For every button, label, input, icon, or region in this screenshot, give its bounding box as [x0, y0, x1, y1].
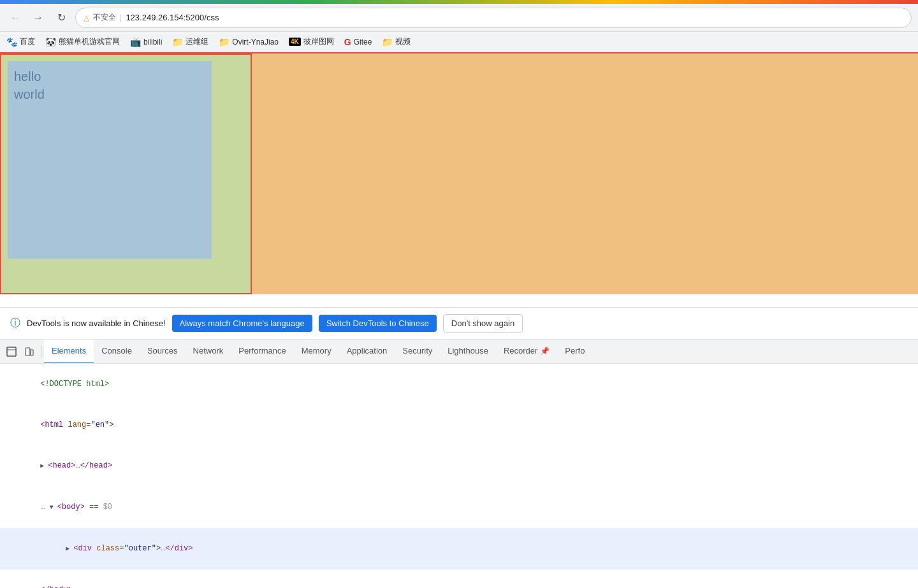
tab-perf-insights-label: Perfo — [565, 346, 585, 355]
tab-recorder[interactable]: Recorder 📌 — [496, 340, 557, 364]
doctype-text: <!DOCTYPE html> — [40, 380, 109, 389]
device-toggle-icon[interactable] — [20, 343, 38, 361]
tab-application-label: Application — [347, 346, 388, 355]
forward-button[interactable]: → — [29, 9, 47, 27]
bookmark-label: Ovirt-YnaJiao — [232, 38, 279, 47]
folder-icon: 📁 — [382, 37, 393, 47]
tab-memory[interactable]: Memory — [294, 340, 339, 364]
switch-chinese-button[interactable]: Switch DevTools to Chinese — [319, 315, 437, 332]
tab-memory-label: Memory — [302, 346, 332, 355]
bookmarks-bar: 🐾 百度 🐼 熊猫单机游戏官网 📺 bilibili 📁 运维组 📁 Ovirt… — [0, 32, 918, 52]
devtools-panel: ⓘ DevTools is now available in Chinese! … — [0, 307, 918, 588]
tab-lighthouse[interactable]: Lighthouse — [440, 340, 496, 364]
dom-html-open[interactable]: <html lang="en"> — [0, 405, 918, 445]
inspect-element-icon[interactable] — [3, 343, 20, 361]
expand-triangle: ▼ — [50, 504, 57, 511]
collapse-triangle: ▶ — [40, 463, 48, 470]
dont-show-button[interactable]: Don't show again — [443, 314, 523, 333]
dom-dots: … — [40, 503, 49, 512]
bookmark-video[interactable]: 📁 视频 — [382, 36, 411, 47]
tab-performance-insights[interactable]: Perfo — [557, 340, 592, 364]
svg-rect-2 — [26, 348, 30, 355]
bookmark-label: 视频 — [395, 36, 411, 47]
bookmark-label: 百度 — [20, 36, 35, 47]
notification-text: DevTools is now available in Chinese! — [27, 319, 166, 328]
dom-body[interactable]: … ▼ <body> == $0 — [0, 487, 918, 528]
devtools-dom-view: <!DOCTYPE html> <html lang="en"> ▶ <head… — [0, 364, 918, 588]
tab-recorder-label: Recorder — [504, 346, 537, 355]
blue-box: hello world — [8, 61, 212, 259]
page-content: hello world — [0, 52, 918, 294]
address-bar: △ 不安全 | — [75, 8, 912, 28]
dom-head[interactable]: ▶ <head>…</head> — [0, 445, 918, 487]
tab-performance-label: Performance — [238, 346, 286, 355]
bookmark-4k[interactable]: 4K 彼岸图网 — [289, 36, 334, 47]
tab-security[interactable]: Security — [395, 340, 440, 364]
tab-console-label: Console — [101, 346, 132, 355]
bookmark-label: 彼岸图网 — [303, 36, 334, 47]
green-container: hello world — [0, 54, 252, 294]
dom-div-outer[interactable]: ▶ <div class="outer">…</div> — [0, 528, 918, 570]
collapse-triangle: ▶ — [66, 545, 73, 552]
html-open-tag: <html — [40, 420, 68, 429]
svg-rect-3 — [31, 350, 33, 355]
tab-divider — [41, 345, 41, 358]
devtools-notification: ⓘ DevTools is now available in Chinese! … — [0, 308, 918, 340]
bookmark-ovirt[interactable]: 📁 Ovirt-YnaJiao — [219, 37, 279, 47]
folder-icon: 📁 — [172, 37, 183, 47]
tab-network[interactable]: Network — [186, 340, 231, 364]
dom-body-close[interactable]: </body> — [0, 570, 918, 588]
back-button[interactable]: ← — [6, 9, 24, 27]
bookmark-gitee[interactable]: G Gitee — [344, 37, 372, 47]
browser-toolbar: ← → ↻ △ 不安全 | — [0, 4, 918, 32]
bilibili-icon: 📺 — [130, 37, 141, 47]
tab-elements-label: Elements — [52, 346, 86, 355]
panda-icon: 🐼 — [45, 37, 56, 47]
gitee-icon: G — [344, 37, 351, 47]
match-language-button[interactable]: Always match Chrome's language — [172, 315, 312, 332]
folder-icon: 📁 — [219, 37, 229, 47]
tab-performance[interactable]: Performance — [231, 340, 293, 364]
bookmark-label: bilibili — [143, 38, 162, 47]
tab-console[interactable]: Console — [94, 340, 140, 364]
bookmark-label: 熊猫单机游戏官网 — [59, 36, 120, 47]
content-separator — [0, 294, 918, 307]
bookmark-label: Gitee — [354, 38, 372, 47]
4k-icon: 4K — [289, 38, 301, 46]
tab-security-label: Security — [402, 346, 432, 355]
warning-text: 不安全 — [93, 12, 116, 23]
tab-elements[interactable]: Elements — [44, 340, 94, 364]
hello-world-text: hello world — [14, 68, 45, 103]
tab-lighthouse-label: Lighthouse — [448, 346, 488, 355]
dom-doctype: <!DOCTYPE html> — [0, 364, 918, 405]
bookmark-ops[interactable]: 📁 运维组 — [172, 36, 208, 47]
tab-sources-label: Sources — [147, 346, 178, 355]
recorder-pin-icon: 📌 — [540, 347, 550, 355]
devtools-tabs: Elements Console Sources Network Perform… — [0, 340, 918, 364]
url-input[interactable] — [126, 13, 903, 22]
reload-button[interactable]: ↻ — [52, 9, 70, 27]
security-warning-icon: △ — [84, 13, 89, 22]
svg-rect-0 — [7, 347, 16, 356]
bookmark-baidu[interactable]: 🐾 百度 — [6, 36, 35, 47]
baidu-icon: 🐾 — [6, 37, 17, 47]
bookmark-label: 运维组 — [186, 36, 208, 47]
url-separator: | — [120, 13, 122, 22]
bookmark-bilibili[interactable]: 📺 bilibili — [130, 37, 162, 47]
tab-application[interactable]: Application — [339, 340, 395, 364]
info-icon: ⓘ — [10, 317, 20, 330]
tab-sources[interactable]: Sources — [140, 340, 186, 364]
bookmark-panda-games[interactable]: 🐼 熊猫单机游戏官网 — [45, 36, 120, 47]
orange-area — [252, 54, 918, 294]
tab-network-label: Network — [193, 346, 224, 355]
